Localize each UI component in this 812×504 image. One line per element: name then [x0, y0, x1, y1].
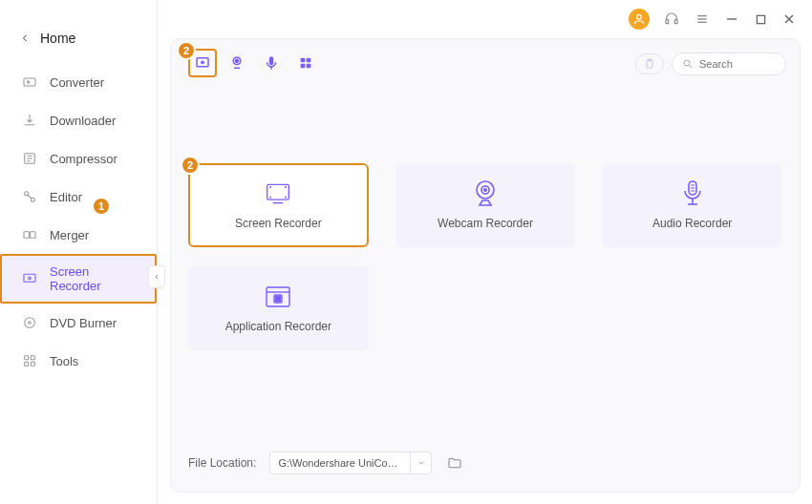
file-location-label: File Location: [188, 456, 256, 470]
avatar-icon[interactable] [629, 9, 650, 30]
footer: File Location: G:\Wondershare UniConvert… [188, 452, 464, 474]
svg-rect-22 [31, 356, 34, 360]
svg-point-0 [637, 14, 642, 19]
svg-rect-31 [301, 58, 306, 63]
editor-icon [21, 188, 38, 205]
card-label: Application Recorder [225, 320, 331, 333]
search-box[interactable] [672, 52, 786, 75]
svg-rect-2 [674, 20, 677, 24]
svg-rect-49 [276, 297, 278, 299]
sidebar-item-label: Compressor [50, 152, 118, 166]
mode-toolbar [188, 49, 320, 77]
svg-rect-23 [25, 362, 29, 366]
svg-rect-17 [24, 274, 35, 282]
chevron-down-icon [410, 452, 431, 473]
sidebar-item-dvd-burner[interactable]: DVD Burner [0, 304, 157, 342]
mode-apps-button[interactable] [291, 49, 320, 77]
search-input[interactable] [699, 58, 776, 70]
sidebar-item-merger[interactable]: Merger [0, 216, 157, 254]
maximize-button[interactable] [753, 11, 768, 27]
home-link[interactable]: Home [0, 23, 157, 63]
titlebar [613, 0, 812, 38]
sidebar-item-label: Merger [50, 228, 89, 242]
svg-point-26 [202, 61, 203, 63]
card-audio-recorder[interactable]: Audio Recorder [602, 163, 782, 247]
svg-point-18 [29, 277, 32, 280]
sidebar-item-label: Converter [50, 75, 104, 90]
home-label: Home [40, 31, 75, 46]
application-icon [265, 284, 291, 310]
sidebar-item-label: Screen Recorder [50, 264, 136, 293]
svg-rect-24 [31, 362, 34, 366]
sidebar-item-label: Tools [50, 354, 78, 368]
webcam-icon [472, 180, 499, 207]
svg-rect-1 [666, 20, 669, 24]
sidebar-item-screen-recorder[interactable]: Screen Recorder [0, 254, 157, 304]
sidebar-item-label: Downloader [50, 114, 116, 128]
recorder-cards-row2: Application Recorder [188, 266, 369, 350]
svg-rect-51 [276, 300, 278, 302]
search-icon [682, 58, 694, 70]
clipboard-button[interactable] [635, 53, 664, 74]
mode-audio-button[interactable] [257, 49, 286, 77]
card-label: Audio Recorder [652, 217, 732, 230]
callout-badge-1: 1 [92, 197, 111, 216]
svg-point-19 [25, 318, 35, 328]
svg-rect-34 [307, 64, 311, 69]
svg-line-38 [690, 66, 693, 69]
file-location-select[interactable]: G:\Wondershare UniConverter [269, 452, 432, 474]
card-webcam-recorder[interactable]: Webcam Recorder [395, 163, 576, 247]
screen-recorder-icon [265, 180, 291, 207]
callout-badge-2a: 2 [177, 41, 196, 60]
card-screen-recorder[interactable]: 2 Screen Recorder [188, 163, 369, 247]
svg-rect-15 [24, 232, 29, 239]
svg-rect-50 [279, 297, 281, 299]
sidebar-item-label: Editor [50, 190, 82, 204]
merger-icon [21, 226, 38, 243]
downloader-icon [21, 112, 38, 129]
recorder-cards-row1: 2 Screen Recorder Webcam Recorder Audio … [188, 163, 782, 247]
svg-rect-29 [269, 56, 274, 65]
svg-point-42 [484, 189, 486, 191]
svg-point-20 [29, 322, 32, 325]
svg-rect-16 [31, 232, 35, 239]
sidebar-item-compressor[interactable]: Compressor [0, 139, 157, 178]
svg-rect-32 [307, 58, 311, 63]
sidebar-item-label: DVD Burner [50, 316, 117, 330]
dvd-burner-icon [21, 314, 38, 331]
card-label: Webcam Recorder [438, 217, 533, 230]
sidebar-item-downloader[interactable]: Downloader [0, 101, 157, 139]
converter-icon [21, 74, 38, 91]
card-label: Screen Recorder [235, 217, 322, 230]
svg-point-37 [684, 60, 690, 66]
main-panel: 2 2 Screen Recorder Webcam Recorder [170, 38, 801, 493]
svg-rect-7 [757, 15, 764, 23]
svg-rect-21 [25, 356, 29, 360]
svg-line-14 [28, 195, 32, 199]
file-location-path: G:\Wondershare UniConverter [270, 457, 410, 469]
sidebar: Home Converter Downloader Compressor Edi… [0, 0, 158, 504]
callout-badge-2b: 2 [181, 156, 200, 175]
sidebar-item-converter[interactable]: Converter [0, 63, 157, 101]
tools-icon [21, 352, 38, 369]
close-button[interactable] [781, 11, 797, 27]
svg-rect-52 [279, 300, 281, 302]
minimize-button[interactable] [724, 11, 739, 27]
compressor-icon [21, 150, 38, 167]
sidebar-item-editor[interactable]: Editor [0, 178, 157, 216]
headset-icon[interactable] [663, 10, 680, 28]
search-area [635, 52, 786, 75]
sidebar-collapse-handle[interactable] [148, 265, 165, 288]
menu-icon[interactable] [694, 10, 711, 28]
sidebar-item-tools[interactable]: Tools [0, 342, 157, 380]
svg-point-28 [236, 59, 239, 62]
mode-webcam-button[interactable] [223, 49, 251, 77]
open-folder-button[interactable] [445, 453, 464, 472]
screen-recorder-icon [21, 270, 38, 287]
audio-icon [679, 180, 706, 207]
card-application-recorder[interactable]: Application Recorder [188, 266, 369, 350]
svg-rect-33 [301, 64, 306, 69]
